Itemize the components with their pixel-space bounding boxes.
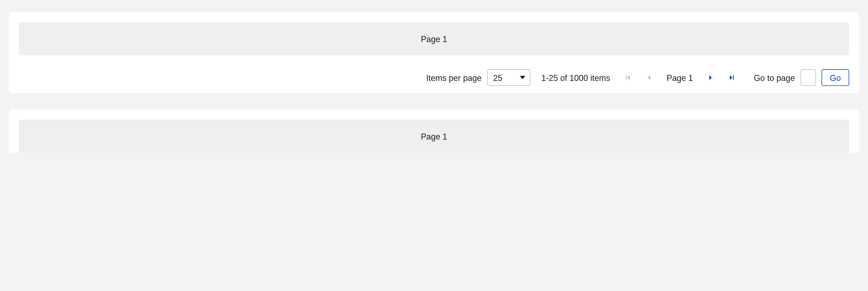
last-page-button[interactable] [725, 71, 738, 84]
placeholder-text: Page 1 [421, 34, 447, 44]
prev-page-button[interactable] [642, 71, 656, 84]
chevron-last-icon [728, 74, 736, 82]
chevron-first-icon [624, 74, 632, 82]
goto-page-group: Go to page Go [754, 69, 849, 86]
chevron-left-icon [645, 74, 653, 82]
placeholder-text: Page 1 [421, 132, 447, 141]
goto-page-label: Go to page [754, 73, 795, 82]
items-per-page-select[interactable]: 25 [487, 69, 530, 86]
go-button[interactable]: Go [822, 69, 849, 86]
pagination-bar: Items per page 25 1-25 of 1000 items Pag… [19, 64, 849, 91]
next-page-button[interactable] [704, 71, 717, 84]
content-placeholder: Page 1 [19, 120, 849, 152]
items-per-page-value: 25 [493, 73, 502, 82]
items-per-page-label: Items per page [426, 73, 482, 82]
goto-page-input[interactable] [801, 69, 816, 86]
current-page-label: Page 1 [663, 73, 696, 82]
content-placeholder: Page 1 [19, 22, 849, 55]
chevron-right-icon [707, 74, 715, 82]
caret-down-icon [520, 76, 525, 79]
items-summary: 1-25 of 1000 items [541, 73, 610, 82]
items-per-page-group: Items per page 25 [426, 69, 530, 86]
pager-card-1: Page 1 Items per page 25 1-25 of 1000 it… [9, 12, 859, 93]
pager-card-2: Page 1 Items per page 25 1-25 of 1000 it… [9, 110, 859, 152]
first-page-button[interactable] [621, 71, 634, 84]
page-nav-group: Page 1 [621, 71, 738, 84]
